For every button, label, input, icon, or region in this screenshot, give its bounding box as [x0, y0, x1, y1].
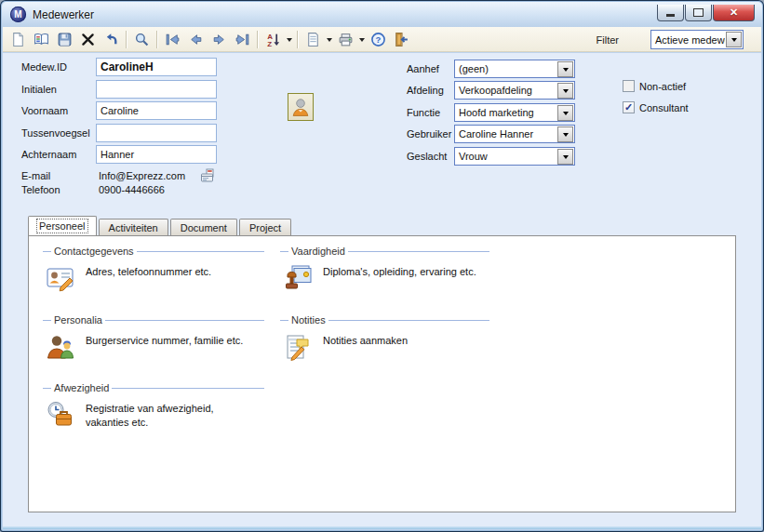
toolbar-separator — [126, 31, 127, 48]
tab-document[interactable]: Document — [170, 219, 237, 235]
window-frame-bottom — [3, 526, 761, 529]
tussenvoegsel-input[interactable] — [96, 124, 217, 142]
diploma-stamp-icon[interactable] — [283, 263, 313, 293]
title-bar: M Medewerker ✕ — [2, 2, 762, 27]
afdeling-dropdown[interactable]: Verkoopafdeling — [454, 81, 575, 100]
send-email-button[interactable] — [200, 168, 217, 183]
email-value[interactable]: Info@Exprezz.com — [99, 170, 185, 181]
mail-icon — [200, 168, 217, 183]
chevron-down-icon[interactable] — [557, 105, 573, 121]
last-record-icon — [235, 32, 250, 47]
section-description: Adres, telefoonnummer etc. — [86, 265, 211, 293]
chevron-down-icon[interactable] — [557, 126, 573, 142]
field-label-initialen: Initialen — [21, 84, 57, 95]
aanhef-dropdown[interactable]: (geen) — [454, 60, 575, 78]
save-floppy-icon — [57, 32, 73, 47]
app-icon: M — [10, 7, 26, 22]
initialen-input[interactable] — [96, 80, 217, 99]
section-vaardigheid: Vaardigheid Diploma's, opleiding, ervari… — [280, 246, 489, 293]
clock-briefcase-icon[interactable] — [46, 400, 75, 430]
section-title: Personalia — [51, 314, 105, 326]
filter-dropdown[interactable]: Actieve medewerk — [650, 30, 744, 49]
open-book-icon — [34, 32, 49, 47]
chevron-down-icon[interactable] — [557, 149, 573, 165]
report-button[interactable] — [302, 29, 325, 50]
chevron-down-icon[interactable] — [557, 61, 573, 77]
filter-dropdown-value: Actieve medewerk — [651, 34, 725, 46]
help-button[interactable]: ? — [367, 29, 390, 50]
maximize-icon — [693, 8, 704, 17]
field-label-afdeling: Afdeling — [407, 85, 444, 96]
undo-button[interactable] — [100, 29, 123, 50]
field-label-aanhef: Aanhef — [407, 63, 439, 74]
open-button[interactable] — [30, 29, 53, 50]
aanhef-value: (geen) — [455, 63, 556, 74]
svg-text:Z: Z — [267, 39, 272, 47]
window-title: Medewerker — [33, 8, 94, 21]
maximize-button[interactable] — [685, 5, 712, 21]
next-arrow-icon — [211, 32, 227, 47]
first-record-icon — [165, 32, 181, 47]
section-contactgegevens: Contactgegevens Adres, telefoonnummer et… — [43, 246, 264, 293]
consultant-checkbox-row: Consultant — [623, 101, 689, 113]
functie-value: Hoofd marketing — [455, 107, 556, 118]
tab-project[interactable]: Project — [239, 219, 291, 235]
toolbar-separator — [297, 31, 299, 48]
delete-button[interactable] — [76, 29, 100, 50]
section-personalia: Personalia Burgerservice nummer, familie… — [43, 314, 264, 362]
tab-control: Personeel Activiteiten Document Project … — [28, 217, 736, 512]
minimize-button[interactable] — [657, 5, 684, 21]
close-button[interactable]: ✕ — [713, 5, 755, 21]
minimize-icon — [666, 14, 675, 17]
chevron-down-icon[interactable] — [557, 83, 573, 99]
contact-card-icon[interactable] — [46, 263, 75, 293]
report-document-icon — [305, 32, 321, 47]
print-button[interactable] — [334, 29, 357, 50]
consultant-checkbox[interactable] — [623, 101, 635, 113]
non-actief-checkbox[interactable] — [623, 80, 635, 92]
phone-value[interactable]: 0900-4446666 — [99, 184, 165, 195]
tab-personeel[interactable]: Personeel — [28, 216, 97, 235]
non-actief-label: Non-actief — [639, 81, 686, 92]
previous-arrow-icon — [188, 32, 204, 47]
sort-button[interactable]: AZ — [261, 29, 285, 50]
first-record-button[interactable] — [161, 29, 184, 50]
family-people-icon[interactable] — [46, 332, 75, 362]
notepad-pencil-icon[interactable] — [283, 332, 313, 362]
print-dropdown-caret[interactable] — [357, 29, 367, 50]
section-notities: Notities Notities aanmaken — [280, 314, 489, 362]
afdeling-value: Verkoopafdeling — [455, 85, 556, 96]
field-label-medew-id: Medew.ID — [21, 61, 67, 73]
person-icon — [290, 96, 311, 118]
email-label: E-mail — [21, 170, 50, 181]
new-document-icon — [10, 32, 26, 47]
sort-dropdown-caret[interactable] — [285, 29, 294, 50]
window-controls: ✕ — [656, 5, 755, 21]
svg-text:?: ? — [376, 33, 382, 44]
tab-label: Project — [248, 221, 283, 234]
medew-id-input[interactable] — [96, 58, 217, 76]
tab-activiteiten[interactable]: Activiteiten — [99, 219, 168, 235]
last-record-button[interactable] — [231, 29, 254, 50]
sort-az-icon: AZ — [265, 32, 281, 47]
section-description: Diploma's, opleiding, ervaring etc. — [323, 265, 476, 293]
chevron-down-icon[interactable] — [726, 32, 742, 47]
gebruiker-dropdown[interactable]: Caroline Hanner — [454, 125, 575, 143]
toolbar-separator — [257, 31, 259, 48]
save-button[interactable] — [53, 29, 76, 50]
form-area: Medew.ID Initialen Voornaam Tussenvoegse… — [3, 53, 761, 526]
next-record-button[interactable] — [208, 29, 231, 50]
tab-label: Personeel — [36, 219, 88, 233]
voornaam-input[interactable] — [96, 101, 217, 120]
tab-strip: Personeel Activiteiten Document Project — [28, 217, 293, 235]
exit-button[interactable] — [390, 29, 413, 50]
report-dropdown-caret[interactable] — [325, 29, 334, 50]
search-button[interactable] — [130, 29, 154, 50]
close-icon: ✕ — [730, 7, 738, 19]
previous-record-button[interactable] — [184, 29, 208, 50]
functie-dropdown[interactable]: Hoofd marketing — [454, 103, 575, 122]
geslacht-dropdown[interactable]: Vrouw — [454, 147, 575, 166]
achternaam-input[interactable] — [96, 145, 217, 164]
employee-photo-button[interactable] — [288, 93, 314, 121]
new-button[interactable] — [7, 29, 30, 50]
